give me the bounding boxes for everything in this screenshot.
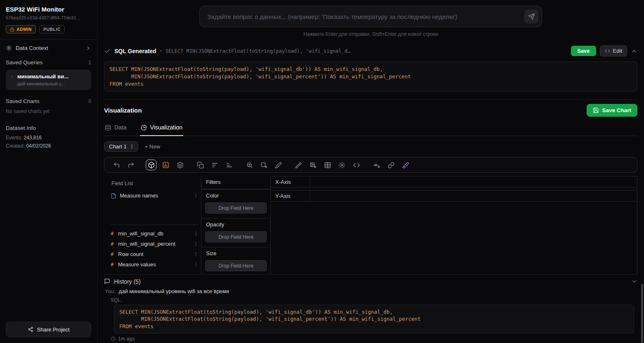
zoom-in-icon[interactable]	[244, 160, 255, 170]
layers-icon[interactable]	[175, 160, 185, 170]
pen-icon[interactable]	[273, 160, 284, 170]
admin-badge-label: ADMIN	[17, 27, 32, 32]
gear-icon	[6, 45, 12, 51]
editor-panels: Field List Measure names # min_wifi_sign…	[104, 176, 637, 274]
admin-badge: ADMIN	[6, 25, 36, 33]
tab-data[interactable]: Data	[104, 121, 128, 136]
collapse-sql-button[interactable]	[631, 48, 637, 54]
table-icon[interactable]	[322, 160, 333, 170]
sql-generated-title: SQL Generated	[114, 48, 156, 54]
kebab-menu-icon[interactable]	[193, 251, 199, 257]
field-measure-names[interactable]: Measure names	[111, 190, 199, 201]
history-sql-code: SELECT MIN(JSONExtractFloat(toString(pay…	[114, 305, 634, 334]
size-drop-zone[interactable]: Drop Field Here	[205, 260, 267, 271]
tab-visualization-label: Visualization	[150, 124, 182, 131]
settings-icon[interactable]	[336, 160, 347, 170]
dataset-events: Events: 243,816	[6, 134, 91, 142]
sort-ascending-icon[interactable]	[224, 160, 234, 170]
x-axis-drop-zone[interactable]	[310, 176, 637, 187]
public-badge: PUBLIC	[39, 25, 65, 33]
field-list-title: Field List	[111, 179, 199, 190]
kebab-menu-icon[interactable]	[193, 193, 199, 198]
kebab-menu-icon[interactable]	[193, 241, 199, 247]
kebab-menu-icon[interactable]	[193, 231, 199, 236]
redo-icon[interactable]	[125, 160, 136, 170]
save-sql-button[interactable]: Save	[571, 46, 596, 56]
history-question-row: You: дай минимальный уровень wifi за все…	[104, 287, 637, 295]
field-row-count[interactable]: # Row count	[111, 249, 199, 259]
chart-tab-1[interactable]: Chart 1	[104, 141, 138, 152]
history-title: History (5)	[114, 278, 141, 285]
brush-icon[interactable]	[400, 160, 411, 170]
share-project-button[interactable]: Share Project	[6, 322, 91, 337]
events-value: 243,816	[24, 135, 41, 141]
saved-queries-count: 1	[88, 60, 91, 66]
field-label: Measure values	[118, 261, 156, 268]
opacity-header: Opacity	[201, 218, 270, 231]
hash-icon: #	[111, 262, 115, 268]
dataset-created: Created: 04/02/2026	[6, 142, 91, 150]
history-header[interactable]: History (5)	[104, 277, 637, 287]
opacity-section: Opacity Drop Field Here	[201, 218, 270, 247]
box-settings-icon[interactable]	[258, 160, 269, 170]
dimension-drop-area[interactable]	[111, 201, 199, 222]
color-header: Color	[201, 190, 270, 202]
field-label: Measure names	[120, 193, 158, 199]
field-min-wifi-signal-db[interactable]: # min_wifi_signal_db	[111, 228, 199, 239]
chart-tabs: Chart 1 + New	[104, 141, 637, 152]
color-drop-zone[interactable]: Drop Field Here	[205, 202, 267, 214]
code-icon[interactable]	[351, 160, 362, 170]
hash-icon: #	[111, 251, 115, 257]
clock-icon	[111, 336, 116, 341]
y-axis-drop-zone[interactable]	[310, 190, 637, 201]
opacity-drop-zone[interactable]: Drop Field Here	[205, 231, 267, 242]
view-tabs: Data Visualization	[104, 121, 637, 136]
app-window: ESP32 WiFi Monitor 576ea325-c63d-4307-9f…	[0, 0, 644, 343]
project-title: ESP32 WiFi Monitor	[6, 6, 91, 13]
saved-query-item[interactable]: минимальный ви... дай минимальный у...	[6, 70, 91, 90]
link-icon[interactable]	[386, 160, 396, 170]
size-section: Size Drop Field Here	[201, 247, 270, 274]
created-value: 04/02/2026	[26, 143, 51, 149]
editor-toolbar	[104, 157, 637, 173]
kebab-menu-icon[interactable]	[193, 262, 199, 267]
dataset-info-header: Dataset Info	[6, 122, 91, 134]
file-icon	[111, 193, 116, 199]
field-label: Row count	[118, 251, 143, 257]
save-sql-label: Save	[577, 48, 590, 54]
tab-visualization[interactable]: Visualization	[140, 121, 183, 136]
chart-canvas[interactable]	[271, 202, 637, 274]
kebab-menu-icon[interactable]	[129, 144, 135, 149]
x-axis-label: X-Axis	[271, 176, 310, 187]
sidebar-item-data-context[interactable]: Data Context	[6, 40, 91, 56]
edit-sql-button[interactable]: Edit	[600, 45, 627, 56]
scrollbar[interactable]	[641, 284, 643, 343]
cube-icon[interactable]	[146, 160, 156, 170]
sort-descending-icon[interactable]	[209, 160, 220, 170]
field-min-wifi-signal-percent[interactable]: # min_wifi_signal_percent	[111, 239, 199, 249]
copy-icon[interactable]	[195, 160, 206, 170]
code-icon	[605, 48, 610, 54]
save-chart-button[interactable]: Save Chart	[587, 104, 637, 117]
chevron-down-icon[interactable]	[631, 278, 637, 284]
undo-icon[interactable]	[111, 160, 122, 170]
chart-type-icon[interactable]	[160, 160, 171, 170]
share-project-label: Share Project	[37, 327, 70, 333]
share-icon	[28, 327, 33, 332]
input-hint: Нажмите Enter для отправки, Shift+Enter …	[303, 31, 438, 37]
eyedropper-icon[interactable]	[293, 160, 304, 170]
time-ago-text: 1m ago	[118, 336, 135, 342]
image-settings-icon[interactable]	[308, 160, 318, 170]
saved-queries-header: Saved Queries 1	[6, 56, 91, 68]
saved-query-title: минимальный ви...	[17, 73, 69, 80]
field-measure-values[interactable]: # Measure values	[111, 259, 199, 270]
field-label: min_wifi_signal_db	[118, 230, 163, 237]
question-input[interactable]	[199, 6, 542, 27]
badges-row: ADMIN PUBLIC	[6, 25, 91, 33]
target-settings-icon[interactable]	[371, 160, 382, 170]
you-label: You:	[105, 288, 116, 294]
send-button[interactable]	[524, 9, 538, 23]
send-icon	[528, 13, 535, 20]
question-text: дай минимальный уровень wifi за все врем…	[119, 288, 229, 294]
new-chart-button[interactable]: + New	[145, 143, 160, 150]
